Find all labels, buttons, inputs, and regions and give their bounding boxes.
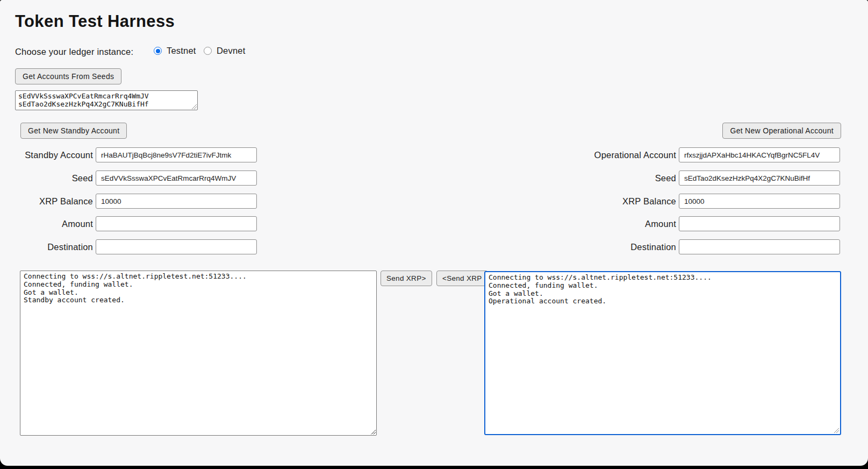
- operational-destination-field[interactable]: [679, 239, 840, 254]
- devnet-radio-icon[interactable]: [204, 47, 212, 55]
- standby-destination-label: Destination: [0, 241, 93, 253]
- operational-destination-label: Destination: [537, 241, 676, 253]
- standby-xrp-balance-label: XRP Balance: [0, 195, 93, 207]
- standby-results-log[interactable]: Connecting to wss://s.altnet.rippletest.…: [20, 271, 377, 436]
- get-accounts-from-seeds-button[interactable]: Get Accounts From Seeds: [15, 68, 121, 84]
- get-new-operational-account-button[interactable]: Get New Operational Account: [722, 123, 841, 139]
- testnet-radio-label: Testnet: [167, 46, 196, 56]
- operational-seed-field[interactable]: [679, 170, 840, 186]
- resize-handle-icon[interactable]: [191, 104, 197, 109]
- standby-seed-field[interactable]: [96, 170, 257, 186]
- standby-amount-label: Amount: [0, 218, 93, 230]
- operational-xrp-balance-label: XRP Balance: [537, 195, 676, 207]
- seeds-textarea[interactable]: sEdVVkSsswaXPCvEatRmcarRrq4WmJV sEdTao2d…: [15, 90, 198, 110]
- resize-handle-icon[interactable]: [370, 429, 376, 435]
- send-xrp-to-operational-button[interactable]: Send XRP>: [381, 271, 432, 286]
- devnet-radio-label: Devnet: [217, 46, 245, 56]
- resize-handle-icon[interactable]: [834, 428, 839, 433]
- operational-account-field[interactable]: [679, 147, 840, 162]
- operational-results-log[interactable]: Connecting to wss://s.altnet.rippletest.…: [484, 271, 841, 435]
- operational-amount-field[interactable]: [679, 216, 840, 231]
- testnet-radio-icon[interactable]: [154, 47, 162, 55]
- standby-seed-label: Seed: [0, 172, 93, 184]
- operational-amount-label: Amount: [537, 218, 676, 230]
- standby-destination-field[interactable]: [96, 239, 257, 254]
- get-new-standby-account-button[interactable]: Get New Standby Account: [20, 123, 127, 139]
- page-title: Token Test Harness: [15, 12, 175, 31]
- operational-xrp-balance-field[interactable]: [679, 194, 840, 209]
- standby-xrp-balance-field[interactable]: [96, 194, 257, 209]
- operational-seed-label: Seed: [537, 172, 676, 184]
- standby-account-label: Standby Account: [0, 149, 93, 161]
- testnet-radio-option[interactable]: Testnet: [154, 46, 196, 56]
- ledger-instance-prompt: Choose your ledger instance:: [15, 47, 133, 57]
- standby-amount-field[interactable]: [96, 216, 257, 231]
- standby-account-field[interactable]: [96, 147, 257, 162]
- operational-account-label: Operational Account: [537, 149, 676, 161]
- token-test-harness-page: Token Test Harness Choose your ledger in…: [0, 0, 868, 466]
- devnet-radio-option[interactable]: Devnet: [204, 46, 245, 56]
- send-xrp-to-standby-button[interactable]: <Send XRP: [436, 271, 488, 286]
